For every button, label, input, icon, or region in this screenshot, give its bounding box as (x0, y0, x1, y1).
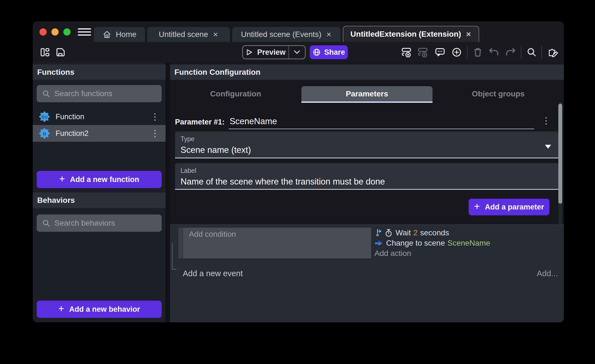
function-name: Function (56, 113, 143, 121)
behaviors-header: Behaviors (33, 193, 166, 208)
action-value: SceneName (448, 239, 490, 248)
main-panel: Function Configuration Configuration Par… (170, 63, 564, 322)
action-wait[interactable]: Wait 2 seconds (374, 228, 493, 238)
chevrons-glyph: » (42, 129, 46, 138)
label-field-label: Label (181, 167, 553, 174)
add-parameter-button[interactable]: + Add a parameter (469, 199, 549, 215)
tab-untitled-scene-events[interactable]: Untitled scene (Events) × (232, 27, 341, 42)
tab-configuration[interactable]: Configuration (170, 86, 301, 101)
events-editor: Add condition (170, 225, 564, 322)
edit-extension-icon[interactable] (547, 47, 558, 58)
main-menu-button[interactable] (78, 28, 91, 36)
function-list-item[interactable]: f(x) Function ⋮ (33, 108, 166, 125)
globe-icon (312, 48, 321, 56)
preview-options-button[interactable] (289, 46, 305, 59)
function-menu-button[interactable]: ⋮ (148, 129, 162, 138)
tab-object-groups[interactable]: Object groups (432, 86, 564, 101)
action-text: Change to scene (386, 239, 445, 248)
app-window: Home Untitled scene × Untitled scene (Ev… (33, 21, 564, 322)
play-icon (246, 49, 253, 56)
share-button[interactable]: Share (310, 45, 348, 59)
add-circle-icon[interactable] (451, 47, 462, 58)
parameter-menu-button[interactable]: ⋮ (539, 115, 553, 126)
function-menu-button[interactable]: ⋮ (148, 112, 162, 121)
minimize-window-button[interactable] (51, 28, 59, 36)
delete-icon[interactable] (472, 47, 483, 58)
add-new-event-button[interactable]: Add a new event (183, 269, 243, 278)
editor-tabs: Home Untitled scene × Untitled scene (Ev… (94, 26, 479, 42)
close-window-button[interactable] (39, 28, 47, 36)
add-new-behavior-button[interactable]: + Add a new behavior (37, 301, 162, 318)
label-field-value: Name of the scene where the transition m… (181, 177, 553, 187)
configuration-tabs: Configuration Parameters Object groups (170, 86, 564, 101)
search-behaviors-input[interactable] (54, 219, 157, 228)
add-condition-area[interactable]: Add condition (183, 228, 371, 258)
close-tab-icon[interactable]: × (466, 30, 472, 38)
function2-gear-icon: » (38, 127, 51, 139)
plus-icon: + (474, 201, 480, 211)
parameter-label-field[interactable]: Label Name of the scene where the transi… (175, 163, 558, 190)
toggle-panels-icon[interactable] (39, 47, 51, 58)
fx-glyph: f(x) (41, 115, 48, 119)
action-text: seconds (420, 228, 449, 237)
event-handle[interactable] (178, 228, 183, 258)
stopwatch-icon (384, 228, 393, 237)
preview-button[interactable]: Preview (242, 45, 306, 59)
window-controls (39, 28, 71, 36)
active-tab-underline (301, 101, 433, 103)
add-subevent-icon[interactable] (418, 47, 429, 58)
functions-header: Functions (33, 64, 166, 80)
close-tab-icon[interactable]: × (212, 30, 219, 39)
tab-label: UntitledExtension (Extension) (351, 30, 461, 39)
action-value: 2 (413, 228, 418, 237)
home-icon (102, 30, 111, 39)
undo-icon[interactable] (488, 47, 499, 58)
tab-label: Home (116, 30, 137, 39)
parameter-number-label: Parameter #1: (175, 118, 225, 129)
action-change-scene[interactable]: Change to scene SceneName (374, 238, 493, 248)
tab-label: Untitled scene (159, 30, 208, 39)
add-event-icon[interactable] (401, 47, 412, 58)
function-name: Function2 (56, 129, 143, 138)
search-functions-input[interactable] (54, 89, 157, 98)
add-new-function-button[interactable]: + Add a new function (37, 171, 162, 188)
share-label: Share (324, 48, 345, 57)
scrollbar-thumb[interactable] (558, 104, 562, 204)
add-comment-icon[interactable] (434, 47, 446, 58)
tab-parameters[interactable]: Parameters (301, 86, 433, 101)
behaviors-search (37, 215, 162, 232)
function-gear-icon: f(x) (38, 111, 51, 123)
event-indent-bracket (172, 243, 176, 270)
tab-home[interactable]: Home (94, 27, 145, 42)
tab-untitled-extension[interactable]: UntitledExtension (Extension) × (343, 26, 479, 42)
zoom-window-button[interactable] (63, 28, 71, 36)
plus-icon: + (59, 174, 65, 184)
toolbar: Preview Share (33, 42, 564, 63)
async-icon (374, 228, 383, 237)
function-configuration-header: Function Configuration (170, 64, 564, 80)
preview-label: Preview (257, 48, 286, 57)
parameter-type-select[interactable]: Type Scene name (text) (175, 131, 558, 158)
plus-icon: + (58, 304, 64, 314)
search-icon (42, 89, 51, 98)
redo-icon[interactable] (505, 47, 516, 58)
function-list-item-selected[interactable]: » Function2 ⋮ (33, 125, 166, 142)
type-field-label: Type (181, 135, 553, 143)
add-action-button[interactable]: Add action (374, 248, 493, 258)
action-text: Wait (396, 228, 411, 237)
tab-untitled-scene[interactable]: Untitled scene × (147, 27, 230, 42)
tab-label: Untitled scene (Events) (241, 30, 321, 39)
scene-arrow-icon (374, 239, 383, 247)
parameter-row: Parameter #1: (175, 113, 547, 129)
search-icon (42, 219, 51, 228)
add-more-button[interactable]: Add... (537, 269, 558, 278)
sidebar: Functions f(x) (33, 63, 166, 322)
functions-search (37, 85, 162, 102)
actions-column: Wait 2 seconds Change to scene (374, 228, 493, 258)
search-icon[interactable] (526, 47, 537, 58)
save-icon[interactable] (55, 47, 66, 58)
close-tab-icon[interactable]: × (326, 30, 332, 39)
parameter-name-input[interactable] (229, 116, 534, 129)
dropdown-arrow-icon (545, 145, 551, 149)
type-field-value: Scene name (text) (181, 145, 553, 155)
